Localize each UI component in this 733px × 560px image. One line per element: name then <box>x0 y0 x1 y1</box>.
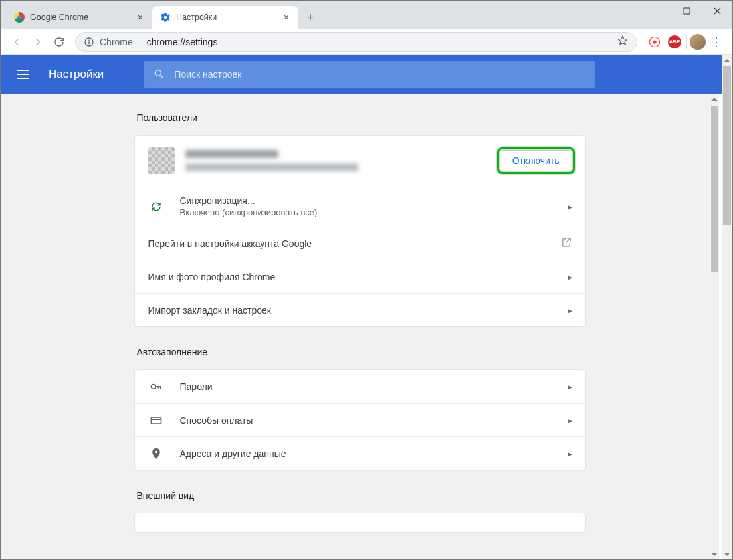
inner-scrollbar[interactable] <box>709 94 719 559</box>
disconnect-button[interactable]: Отключить <box>500 150 572 171</box>
bookmark-star-icon[interactable] <box>617 35 629 48</box>
section-autofill-title: Автозаполнение <box>137 347 586 357</box>
svg-rect-0 <box>684 8 690 14</box>
name-photo-row[interactable]: Имя и фото профиля Chrome ▸ <box>135 260 585 293</box>
omnibox-divider <box>140 37 140 47</box>
settings-body: Пользователи Отключить <box>1 94 719 559</box>
scroll-thumb[interactable] <box>723 66 731 225</box>
row-label: Имя и фото профиля Chrome <box>148 272 276 282</box>
toolbar: Chrome chrome://settings ABP ⋮ <box>1 29 732 55</box>
scroll-down-icon[interactable] <box>710 549 719 559</box>
location-icon <box>148 447 164 460</box>
search-icon <box>153 68 165 82</box>
key-icon <box>148 380 164 393</box>
section-appearance-title: Внешний вид <box>137 490 586 501</box>
svg-point-2 <box>88 39 90 41</box>
tab-strip: Google Chrome × Настройки × + <box>1 1 322 29</box>
scroll-track[interactable] <box>722 66 732 549</box>
svg-rect-11 <box>151 417 161 424</box>
maximize-button[interactable] <box>671 1 702 21</box>
autofill-card: Пароли ▸ Способы оплаты ▸ <box>134 369 586 470</box>
profile-picture <box>148 147 175 174</box>
scroll-down-icon[interactable] <box>724 549 730 559</box>
extension-icons: ABP <box>643 33 684 51</box>
passwords-row[interactable]: Пароли ▸ <box>135 370 585 403</box>
close-tab-icon[interactable]: × <box>136 13 144 22</box>
chevron-right-icon: ▸ <box>568 305 572 316</box>
url-text: chrome://settings <box>147 37 218 47</box>
minimize-button[interactable] <box>641 1 671 21</box>
site-info-icon[interactable]: Chrome <box>84 37 133 47</box>
svg-point-6 <box>156 70 161 76</box>
profile-name-redacted <box>185 150 278 158</box>
page-title: Настройки <box>49 68 104 81</box>
chevron-right-icon: ▸ <box>568 448 572 459</box>
chevron-right-icon: ▸ <box>568 415 572 426</box>
row-label: Адреса и другие данные <box>180 448 286 459</box>
yandex-extension-icon[interactable] <box>645 33 664 51</box>
chevron-right-icon: ▸ <box>568 201 572 212</box>
row-label: Пароли <box>180 381 213 392</box>
sync-row[interactable]: Синхронизация... Включено (синхронизиров… <box>135 186 585 227</box>
row-label: Перейти в настройки аккаунта Google <box>148 238 312 249</box>
google-account-row[interactable]: Перейти в настройки аккаунта Google <box>135 227 585 260</box>
gear-icon <box>160 12 171 23</box>
chevron-right-icon: ▸ <box>568 381 572 392</box>
svg-point-7 <box>151 385 156 389</box>
settings-header: Настройки Поиск настроек <box>1 55 722 94</box>
window-controls <box>641 1 732 29</box>
chevron-right-icon: ▸ <box>568 272 572 282</box>
tab-google-chrome[interactable]: Google Chrome × <box>6 6 152 29</box>
svg-rect-10 <box>157 386 159 388</box>
close-tab-icon[interactable]: × <box>282 13 290 22</box>
omnibox[interactable]: Chrome chrome://settings <box>75 32 637 52</box>
users-card: Отключить Синхронизация... Включено (син… <box>134 135 586 327</box>
tab-title: Настройки <box>176 13 217 22</box>
outer-scrollbar[interactable] <box>722 55 732 559</box>
scroll-thumb[interactable] <box>711 106 718 272</box>
page-content: Настройки Поиск настроек Пользователи <box>1 55 722 559</box>
addresses-row[interactable]: Адреса и другие данные ▸ <box>135 436 585 470</box>
profile-avatar[interactable] <box>690 34 706 50</box>
appearance-card <box>134 513 586 533</box>
svg-rect-3 <box>88 41 89 44</box>
profile-row: Отключить <box>135 136 585 186</box>
section-users-title: Пользователи <box>137 112 586 123</box>
scroll-up-icon[interactable] <box>710 94 719 104</box>
chrome-logo-icon <box>14 12 25 23</box>
close-window-button[interactable] <box>702 1 732 21</box>
adblock-extension-icon[interactable]: ABP <box>668 35 681 48</box>
svg-rect-9 <box>159 386 161 389</box>
profile-email-redacted <box>185 163 358 171</box>
toolbar-separator <box>686 35 687 49</box>
import-row[interactable]: Импорт закладок и настроек ▸ <box>135 293 585 326</box>
forward-button[interactable] <box>27 31 49 52</box>
new-tab-button[interactable]: + <box>301 8 320 27</box>
titlebar: Google Chrome × Настройки × + <box>1 1 732 29</box>
scroll-up-icon[interactable] <box>724 55 730 66</box>
search-placeholder: Поиск настроек <box>174 69 241 80</box>
row-label: Способы оплаты <box>180 415 253 426</box>
reload-button[interactable] <box>49 31 70 52</box>
payment-row[interactable]: Способы оплаты ▸ <box>135 403 585 436</box>
card-icon <box>148 414 164 427</box>
back-button[interactable] <box>6 31 27 52</box>
sync-status: Включено (синхронизировать все) <box>180 207 318 217</box>
menu-button[interactable]: ⋮ <box>706 31 727 52</box>
settings-search[interactable]: Поиск настроек <box>144 61 595 88</box>
scheme-label: Chrome <box>100 37 133 47</box>
sync-title: Синхронизация... <box>180 195 318 206</box>
svg-point-5 <box>653 40 656 43</box>
chrome-window: Google Chrome × Настройки × + <box>0 0 733 560</box>
menu-icon[interactable] <box>17 66 33 82</box>
tab-settings[interactable]: Настройки × <box>152 6 298 29</box>
tab-title: Google Chrome <box>30 13 88 22</box>
row-label: Импорт закладок и настроек <box>148 305 271 316</box>
sync-icon <box>148 201 164 213</box>
external-link-icon <box>560 236 572 250</box>
